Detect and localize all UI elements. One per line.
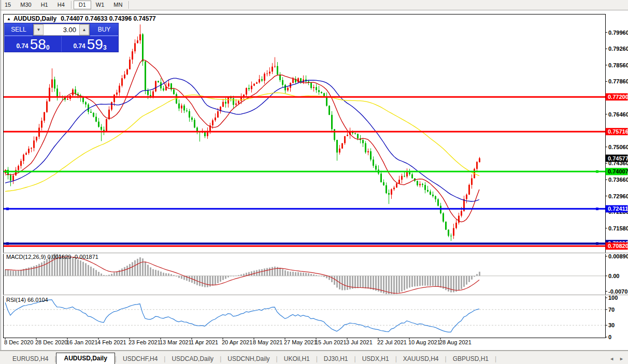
svg-text:0.79960: 0.79960 <box>608 30 628 36</box>
svg-text:23 Feb 2021: 23 Feb 2021 <box>129 339 161 345</box>
buy-price-base: 0.74 <box>73 42 85 51</box>
current-price-label: 0.74577 <box>606 155 628 162</box>
svg-text:4 Feb 2021: 4 Feb 2021 <box>97 339 126 345</box>
svg-text:0.008904: 0.008904 <box>608 253 628 259</box>
hline-0.74007[interactable] <box>4 170 605 173</box>
one-click-trading-panel: SELL ▼ 3.00 ▲ BUY 0.74 58 0 0.74 59 3 <box>4 23 119 52</box>
svg-text:1 Apr 2021: 1 Apr 2021 <box>191 339 218 345</box>
rsi-indicator-label: RSI(14) 66.0104 <box>6 297 48 303</box>
svg-text:3 Jul 2021: 3 Jul 2021 <box>346 339 373 345</box>
svg-text:0.77860: 0.77860 <box>608 78 628 84</box>
svg-text:22 Jul 2021: 22 Jul 2021 <box>377 339 407 345</box>
svg-text:0.00: 0.00 <box>608 273 619 279</box>
line-handle-icon[interactable] <box>6 208 9 210</box>
svg-text:0.79260: 0.79260 <box>608 46 628 52</box>
volume-decrease-button[interactable]: ▼ <box>34 24 44 35</box>
svg-text:0.74007: 0.74007 <box>608 168 628 174</box>
sell-price-base: 0.74 <box>16 42 28 51</box>
svg-text:0.70820: 0.70820 <box>608 243 628 249</box>
pane-separator-rsi[interactable] <box>3 295 628 296</box>
price-axis: 0.799600.792600.785600.778600.764600.750… <box>605 30 628 340</box>
chart-symbol-period: AUDUSD,Daily <box>13 15 56 22</box>
horizontal-levels <box>4 97 605 246</box>
svg-text:0: 0 <box>608 334 611 340</box>
macd-pane <box>4 254 605 295</box>
line-handle-icon[interactable] <box>596 242 598 245</box>
axis-label-0.70820: 0.70820 <box>606 242 628 250</box>
hline-0.70926[interactable] <box>4 242 605 245</box>
volume-input[interactable]: 3.00 <box>44 24 79 35</box>
volume-control: ▼ 3.00 ▲ <box>33 24 90 36</box>
macd-signal-line <box>5 257 479 294</box>
svg-text:0.72411: 0.72411 <box>608 206 628 212</box>
svg-text:8 May 2021: 8 May 2021 <box>253 339 282 345</box>
rsi-pane <box>4 300 605 332</box>
svg-text:8 Dec 2020: 8 Dec 2020 <box>4 339 33 345</box>
line-handle-icon[interactable] <box>6 170 9 173</box>
rsi-value: 66.0104 <box>27 297 48 303</box>
rsi-line <box>5 300 479 332</box>
chart-frame <box>0 10 628 351</box>
date-axis: 8 Dec 202028 Dec 202016 Jan 20214 Feb 20… <box>4 338 472 345</box>
rsi-name: RSI(14) <box>6 297 26 303</box>
svg-text:27 May 2021: 27 May 2021 <box>284 339 317 345</box>
axis-label-0.77200: 0.77200 <box>606 93 628 100</box>
axis-label-0.72411: 0.72411 <box>606 205 628 212</box>
macd-values: 0.001629 -0.001871 <box>47 254 98 260</box>
svg-text:0.76460: 0.76460 <box>608 111 628 118</box>
svg-text:0.71580: 0.71580 <box>608 225 628 231</box>
buy-button[interactable]: BUY <box>90 23 118 36</box>
chart-title: ▲AUDUSD,Daily0.74407 0.74633 0.74396 0.7… <box>7 15 156 22</box>
line-handle-icon[interactable] <box>596 170 598 173</box>
axis-label-0.74007: 0.74007 <box>606 168 628 175</box>
ma-fast-line <box>5 60 479 222</box>
svg-text:15 Jun 2021: 15 Jun 2021 <box>315 339 347 345</box>
svg-text:100: 100 <box>608 295 618 301</box>
trading-app: 15M30H1H4D1W1MN 0.799600.792600.785600.7… <box>0 0 628 364</box>
collapse-triangle-icon[interactable]: ▲ <box>7 17 11 21</box>
buy-price-tile[interactable]: 0.74 59 3 <box>61 36 118 52</box>
svg-text:16 Jan 2021: 16 Jan 2021 <box>66 339 98 345</box>
svg-text:30: 30 <box>608 322 615 328</box>
sell-button[interactable]: SELL <box>5 23 33 36</box>
buy-price-point: 3 <box>103 44 107 51</box>
chart-ohlc-values: 0.74407 0.74633 0.74396 0.74577 <box>61 15 156 22</box>
svg-text:-0.007013: -0.007013 <box>608 288 628 295</box>
svg-text:0.77200: 0.77200 <box>608 94 628 100</box>
volume-increase-button[interactable]: ▲ <box>79 24 89 35</box>
sell-price-tile[interactable]: 0.74 58 0 <box>5 36 61 52</box>
line-handle-icon[interactable] <box>596 208 598 210</box>
macd-name: MACD(12,26,9) <box>6 254 46 260</box>
svg-text:0.75716: 0.75716 <box>608 128 628 135</box>
sell-price-point: 0 <box>46 44 50 51</box>
svg-text:13 Mar 2021: 13 Mar 2021 <box>160 339 192 345</box>
axis-label-0.75716: 0.75716 <box>606 128 628 135</box>
svg-text:0.75060: 0.75060 <box>608 144 628 150</box>
chart-svg[interactable]: 0.799600.792600.785600.778600.764600.750… <box>0 0 628 364</box>
hline-0.72411[interactable] <box>4 208 605 210</box>
svg-text:10 Aug 2021: 10 Aug 2021 <box>408 339 440 345</box>
svg-text:28 Aug 2021: 28 Aug 2021 <box>439 339 472 345</box>
svg-text:0.73660: 0.73660 <box>608 177 628 183</box>
svg-text:0.72960: 0.72960 <box>608 193 628 199</box>
svg-text:28 Dec 2020: 28 Dec 2020 <box>35 339 67 345</box>
sell-price-pips: 58 <box>30 38 46 51</box>
svg-text:20 Apr 2021: 20 Apr 2021 <box>222 339 252 345</box>
macd-indicator-label: MACD(12,26,9) 0.001629 -0.001871 <box>6 254 98 260</box>
buy-price-pips: 59 <box>87 38 103 51</box>
svg-text:0.78560: 0.78560 <box>608 62 628 68</box>
line-handle-icon[interactable] <box>6 242 9 245</box>
svg-text:0.74577: 0.74577 <box>608 155 628 162</box>
ma-slow-line <box>5 93 479 192</box>
svg-text:70: 70 <box>608 307 615 313</box>
